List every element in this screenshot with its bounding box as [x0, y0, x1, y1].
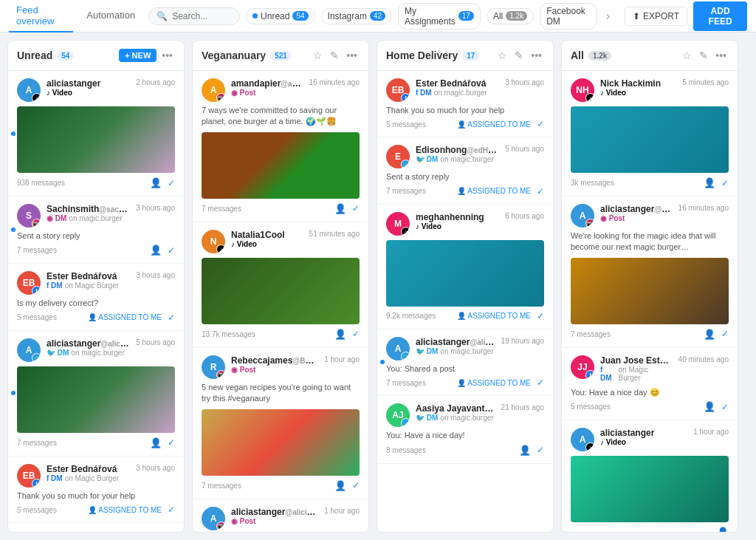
conversation-item[interactable]: JJ f Juan Jose Esteve f DM on Magic Burg… — [562, 348, 738, 420]
person-icon: 👤 — [334, 203, 346, 214]
filter-assignments-badge: 17 — [458, 11, 474, 21]
avatar: S 📷 — [17, 204, 41, 228]
export-button[interactable]: ⬆ EXPORT — [625, 7, 687, 26]
message-count: 13.7k messages — [202, 330, 255, 338]
filter-unread[interactable]: Unread 54 — [246, 8, 315, 24]
conv-source: ♪ Video — [600, 89, 676, 97]
conversation-item[interactable]: A 📷 aliciastanger@alicia28 ◉ Post 1 hour… — [193, 499, 368, 532]
filter-facebook-dm[interactable]: Facebook DM — [540, 3, 597, 30]
assigned-badge: 👤 ASSIGNED TO ME — [457, 312, 531, 320]
conv-meta: Ester Bednářová f DM on magic.burger — [416, 78, 499, 99]
media-preview — [571, 456, 729, 522]
column-home-delivery: Home Delivery 17 ☆ ✎••• EB f Ester Bedná… — [377, 40, 554, 533]
conversation-footer: 5 messages👤 ASSIGNED TO ME ✓ — [386, 119, 544, 129]
conversation-item[interactable]: NH ♪ Nick Hackimin ♪ Video 5 minutes ago… — [562, 71, 738, 196]
conversation-text: You: Shared a post — [386, 363, 544, 375]
message-count: 7 messages — [202, 482, 241, 490]
star-icon-btn[interactable]: ☆ — [311, 48, 325, 63]
platform-label: 🐦 DM — [416, 414, 438, 422]
conversation-item[interactable]: EB f Ester Bednářová f DM on magic.burge… — [377, 71, 553, 137]
conversation-footer: 8 messages👤✓ — [386, 445, 544, 456]
filter-more-button[interactable]: › — [603, 10, 613, 23]
platform-badge: ♪ — [32, 93, 41, 102]
conversation-item[interactable]: R 📷 Rebeccajames@Bucca121 ◉ Post 1 hour … — [193, 348, 368, 499]
search-input[interactable] — [172, 11, 232, 21]
filter-all[interactable]: All 1.2k — [487, 8, 534, 24]
conversation-item[interactable]: A ♪ aliciastanger ♪ Video 1 hour ago 👤 — [562, 420, 738, 532]
conversation-item[interactable]: A ♪ aliciastanger ♪ Video 2 hours ago 93… — [8, 71, 184, 196]
column-title: Vegananuary — [202, 49, 266, 61]
conv-meta: Sachinsmith@sachin92s ◉ DM on magic.burg… — [47, 204, 130, 225]
platform-label: ◉ Post — [231, 366, 255, 374]
column-actions: ☆ ✎••• — [680, 48, 729, 63]
conv-header: A ♪ aliciastanger ♪ Video 1 hour ago — [571, 428, 729, 451]
conversation-footer: 5 messages👤 ASSIGNED TO ME ✓ — [17, 312, 175, 323]
conv-source: ◉ Post — [600, 214, 673, 222]
avatar: M ♪ — [386, 212, 410, 236]
avatar: EB f — [386, 78, 410, 102]
check-icon: ✓ — [537, 119, 544, 129]
conversation-footer: 👤 — [571, 527, 729, 532]
conversation-item[interactable]: A 🐦 aliciastanger@alicia28 🐦 DM on magic… — [377, 329, 553, 396]
message-count: 7 messages — [386, 187, 426, 195]
conv-meta: Rebeccajames@Bucca121 ◉ Post — [231, 355, 318, 376]
platform-label: f DM — [416, 89, 432, 97]
check-icon: ✓ — [352, 329, 360, 339]
more-icon-btn[interactable]: ••• — [159, 48, 175, 63]
star-icon-btn[interactable]: ☆ — [495, 48, 509, 63]
filter-instagram[interactable]: Instagram 42 — [321, 8, 392, 24]
conv-name: aliciastanger — [600, 428, 687, 438]
conv-name: Ester Bednářová — [416, 78, 499, 89]
avatar: A 📷 — [571, 204, 594, 228]
media-preview — [202, 258, 360, 324]
conversation-item[interactable]: EB f Ester Bednářová f DM on Magic Burge… — [8, 264, 184, 330]
conversation-footer: 9.2k messages👤 ASSIGNED TO ME ✓ — [386, 311, 544, 321]
platform-label: ◉ Post — [231, 517, 255, 525]
conversation-item[interactable]: EB f Ester Bednářová f DM on Magic Burge… — [8, 457, 184, 523]
platform-badge: 🐦 — [401, 160, 410, 168]
message-count: 5 messages — [571, 403, 611, 411]
column-badge: 54 — [57, 51, 74, 61]
conversation-item[interactable]: AJ 🐦 Aasiya Jayavant@aasiya 🐦 DM on magi… — [377, 396, 553, 463]
conversation-item[interactable]: A 🐦 aliciastanger@alicia28 🐦 DM on magic… — [8, 331, 184, 457]
star-icon-btn[interactable]: ☆ — [680, 48, 694, 63]
check-icon: ✓ — [721, 178, 729, 188]
conversation-item[interactable]: A 📷 aliciastanger@alicia28 ◉ Post 16 min… — [562, 196, 738, 348]
top-nav: Feed overview Automation 🔍 Unread 54 Ins… — [0, 0, 756, 33]
conversation-item[interactable]: M ♪ meghanhenning ♪ Video 6 hours ago 9.… — [377, 205, 553, 329]
filter-assignments[interactable]: My Assignments 17 — [398, 3, 481, 30]
filter-instagram-label: Instagram — [328, 11, 367, 21]
check-icon: ✓ — [168, 437, 175, 448]
media-preview — [571, 258, 729, 324]
conv-handle: @edHg89 — [467, 145, 499, 155]
search-box[interactable]: 🔍 — [148, 7, 240, 25]
edit-icon-btn[interactable]: ✎ — [697, 48, 710, 63]
more-icon-btn[interactable]: ••• — [529, 48, 544, 63]
conversation-item[interactable]: S 📷 Sachinsmith@sachin92s ◉ DM on magic.… — [8, 196, 184, 264]
conv-header: N ♪ Natalia1Cool ♪ Video 51 minutes ago — [202, 230, 360, 253]
conversation-item[interactable]: N ♪ Natalia1Cool ♪ Video 51 minutes ago … — [193, 222, 368, 348]
person-icon: 👤 — [704, 329, 715, 340]
conv-handle: @alicia28 — [100, 338, 130, 349]
conv-meta: aliciastanger ♪ Video — [600, 428, 687, 448]
filter-unread-label: Unread — [261, 11, 289, 21]
conv-handle: @alicia28 — [285, 507, 318, 517]
conv-meta: Juan Jose Esteve f DM on Magic Burger — [600, 355, 673, 384]
more-icon-btn[interactable]: ••• — [713, 48, 729, 63]
column-badge: 521 — [270, 51, 292, 61]
more-icon-btn[interactable]: ••• — [344, 48, 360, 63]
conversation-item[interactable]: A 📷 amandapier@amandapier92 ◉ Post 16 mi… — [193, 71, 368, 222]
conv-time: 19 hours ago — [501, 337, 544, 345]
edit-icon-btn[interactable]: ✎ — [512, 48, 526, 63]
add-feed-button[interactable]: ADD FEED — [693, 1, 747, 31]
conv-meta: Edisonhong@edHg89 🐦 DM on magic.burger — [416, 145, 499, 165]
message-count: 5 messages — [17, 506, 57, 514]
conv-source: ♪ Video — [47, 89, 130, 97]
tab-feed-overview[interactable]: Feed overview — [9, 0, 73, 33]
tab-automation[interactable]: Automation — [79, 5, 142, 27]
column-body: EB f Ester Bednářová f DM on magic.burge… — [377, 71, 553, 532]
conversation-text: Thank you so much for your help — [17, 491, 175, 502]
new-button[interactable]: + NEW — [119, 49, 157, 62]
conversation-item[interactable]: E 🐦 Edisonhong@edHg89 🐦 DM on magic.burg… — [377, 137, 553, 204]
edit-icon-btn[interactable]: ✎ — [328, 48, 341, 63]
